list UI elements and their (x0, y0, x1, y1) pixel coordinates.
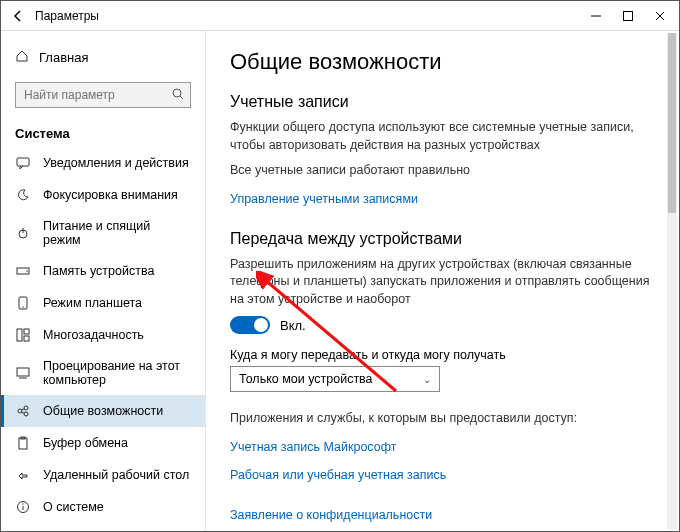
sidebar-item-label: Буфер обмена (43, 436, 128, 450)
message-icon (15, 155, 31, 171)
svg-rect-22 (19, 438, 27, 449)
sidebar-item-power[interactable]: Питание и спящий режим (1, 211, 205, 255)
sidebar-item-label: Многозадачность (43, 328, 144, 342)
manage-accounts-link[interactable]: Управление учетными записями (230, 192, 418, 206)
sidebar-item-projecting[interactable]: Проецирование на этот компьютер (1, 351, 205, 395)
sidebar-item-label: Проецирование на этот компьютер (43, 359, 191, 387)
search-box[interactable] (15, 82, 191, 108)
section-heading: Система (1, 118, 205, 147)
svg-rect-16 (17, 368, 29, 376)
ms-account-link[interactable]: Учетная запись Майкрософт (230, 440, 396, 454)
sidebar: Главная Система Уведомления и действия Ф… (1, 31, 206, 531)
accounts-heading: Учетные записи (230, 93, 655, 111)
crossdevice-toggle[interactable] (230, 316, 270, 334)
close-button[interactable] (653, 9, 667, 23)
sidebar-item-storage[interactable]: Память устройства (1, 255, 205, 287)
back-button[interactable] (9, 7, 27, 25)
svg-rect-14 (24, 329, 29, 334)
privacy-link[interactable]: Заявление о конфиденциальности (230, 508, 432, 522)
share-icon (15, 403, 31, 419)
remote-icon (15, 467, 31, 483)
info-icon (15, 499, 31, 515)
sidebar-item-label: Удаленный рабочий стол (43, 468, 189, 482)
svg-point-12 (22, 306, 23, 307)
accounts-desc: Функции общего доступа используют все си… (230, 119, 655, 154)
crossdevice-desc: Разрешить приложениям на других устройст… (230, 256, 655, 309)
sidebar-item-label: Память устройства (43, 264, 154, 278)
svg-rect-13 (17, 329, 22, 341)
crossdevice-heading: Передача между устройствами (230, 230, 655, 248)
page-title: Общие возможности (230, 49, 655, 75)
svg-line-5 (180, 96, 183, 99)
select-label: Куда я могу передавать и откуда могу пол… (230, 348, 655, 362)
scrollbar[interactable] (667, 33, 677, 529)
search-icon (171, 87, 185, 104)
sidebar-item-label: Фокусировка внимания (43, 188, 178, 202)
svg-point-18 (24, 406, 28, 410)
svg-rect-1 (624, 11, 633, 20)
sidebar-item-label: Общие возможности (43, 404, 163, 418)
sidebar-item-focus[interactable]: Фокусировка внимания (1, 179, 205, 211)
devices-select[interactable]: Только мои устройства ⌄ (230, 366, 440, 392)
sidebar-item-remote[interactable]: Удаленный рабочий стол (1, 459, 205, 491)
svg-point-4 (173, 89, 181, 97)
moon-icon (15, 187, 31, 203)
svg-rect-15 (24, 336, 29, 341)
accounts-status: Все учетные записи работают правильно (230, 162, 655, 180)
window-title: Параметры (35, 9, 99, 23)
svg-point-19 (24, 412, 28, 416)
svg-line-20 (22, 409, 25, 411)
sidebar-item-label: Питание и спящий режим (43, 219, 191, 247)
project-icon (15, 365, 31, 381)
content-pane: Общие возможности Учетные записи Функции… (206, 31, 679, 531)
sidebar-item-notifications[interactable]: Уведомления и действия (1, 147, 205, 179)
tablet-icon (15, 295, 31, 311)
svg-rect-6 (17, 158, 29, 166)
svg-line-21 (22, 412, 25, 414)
sidebar-item-clipboard[interactable]: Буфер обмена (1, 427, 205, 459)
multitask-icon (15, 327, 31, 343)
sidebar-item-shared[interactable]: Общие возможности (1, 395, 205, 427)
chevron-down-icon: ⌄ (423, 374, 431, 385)
maximize-button[interactable] (621, 9, 635, 23)
home-link[interactable]: Главная (1, 43, 205, 72)
toggle-label: Вкл. (280, 318, 306, 333)
sidebar-item-about[interactable]: О системе (1, 491, 205, 523)
storage-icon (15, 263, 31, 279)
scrollbar-thumb[interactable] (668, 33, 676, 213)
apps-access-label: Приложения и службы, к которым вы предос… (230, 410, 655, 428)
search-input[interactable] (15, 82, 191, 108)
svg-point-10 (26, 270, 28, 272)
clipboard-icon (15, 435, 31, 451)
power-icon (15, 225, 31, 241)
home-icon (15, 49, 29, 66)
sidebar-item-multitask[interactable]: Многозадачность (1, 319, 205, 351)
svg-point-26 (22, 503, 23, 504)
work-account-link[interactable]: Рабочая или учебная учетная запись (230, 468, 446, 482)
sidebar-item-tablet[interactable]: Режим планшета (1, 287, 205, 319)
minimize-button[interactable] (589, 9, 603, 23)
sidebar-item-label: О системе (43, 500, 104, 514)
sidebar-item-label: Режим планшета (43, 296, 142, 310)
sidebar-item-label: Уведомления и действия (43, 156, 189, 170)
home-label: Главная (39, 50, 88, 65)
select-value: Только мои устройства (239, 372, 373, 386)
